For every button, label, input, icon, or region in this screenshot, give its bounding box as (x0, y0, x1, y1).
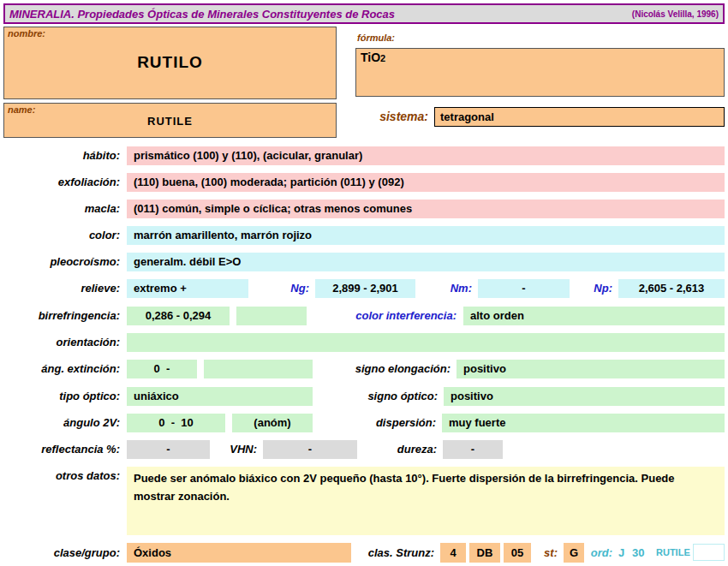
strunz-field-2[interactable]: DB (469, 543, 500, 563)
angulo-2v-field[interactable]: 0 - 10 (127, 414, 225, 432)
author-credit: (Nicolás Velilla, 1996) (632, 9, 719, 19)
color-label: color: (0, 226, 127, 245)
dureza-label: dureza: (357, 440, 443, 459)
angulo-2v-label: ángulo 2V: (0, 414, 127, 432)
nm-label: Nm: (415, 279, 478, 298)
birrefringencia-label: birrefringencia: (0, 307, 127, 325)
row-color: color: marrón amarillento, marrón rojizo (0, 226, 725, 245)
row-birrefringencia: birrefringencia: 0,286 - 0,294 color int… (0, 307, 725, 325)
pleocroismo-label: pleocroísmo: (0, 253, 127, 271)
row-pleocroismo: pleocroísmo: generalm. débil E>O (0, 253, 725, 271)
formula-field[interactable]: TiO2 (355, 48, 725, 97)
mineralia-window: MINERALIA. Propiedades Ópticas de Minera… (0, 0, 728, 566)
name-label: name: (8, 104, 35, 115)
elongacion-field[interactable]: positivo (456, 360, 725, 378)
clase-grupo-label: clase/grupo: (0, 543, 127, 563)
formula-subscript: 2 (380, 53, 385, 63)
np-field[interactable]: 2,605 - 2,613 (618, 279, 725, 298)
row-habito: hábito: prismático (100) y (110), (acicu… (0, 146, 725, 165)
birrefringencia-extra-field[interactable] (236, 307, 307, 325)
ng-label: Ng: (248, 279, 315, 298)
vhn-label: VHN: (210, 440, 263, 459)
signo-optico-field[interactable]: positivo (444, 387, 725, 406)
st-label: st: (531, 543, 564, 563)
ord-mineral-name: RUTILE (656, 543, 690, 563)
reflectancia-label: reflectancia %: (0, 440, 127, 459)
row-macla: macla: (011) común, simple o cíclica; ot… (0, 200, 725, 218)
app-title: MINERALIA. Propiedades Ópticas de Minera… (9, 8, 395, 21)
habito-label: hábito: (0, 146, 127, 165)
tipo-optico-label: tipo óptico: (0, 387, 127, 406)
strunz-field-3[interactable]: 05 (504, 543, 531, 563)
dispersion-label: dispersión: (313, 414, 442, 432)
nombre-value: RUTILO (4, 53, 336, 72)
otros-datos-label: otros datos: (0, 467, 127, 535)
pleocroismo-field[interactable]: generalm. débil E>O (127, 253, 725, 271)
sistema-field[interactable]: tetragonal (434, 107, 725, 127)
ord-value-2: 30 (632, 543, 656, 563)
row-angulo-2v: ángulo 2V: 0 - 10 (anóm) dispersión: muy… (0, 414, 725, 432)
orientacion-label: orientación: (0, 333, 127, 352)
sistema-label: sistema: (355, 107, 434, 127)
sistema-row: sistema: tetragonal (355, 107, 725, 127)
row-ang-extincion: áng. extinción: 0 - signo elongación: po… (0, 360, 725, 378)
tipo-optico-field[interactable]: uniáxico (127, 387, 313, 406)
row-relieve: relieve: extremo + Ng: 2,899 - 2,901 Nm:… (0, 279, 725, 298)
formula-label: fórmula: (357, 33, 395, 43)
clase-grupo-field[interactable]: Óxidos (127, 543, 351, 563)
macla-label: macla: (0, 200, 127, 218)
signo-optico-label: signo óptico: (313, 387, 444, 406)
record-input-box[interactable] (693, 544, 725, 561)
row-tipo-optico: tipo óptico: uniáxico signo óptico: posi… (0, 387, 725, 406)
ang-extincion-label: áng. extinción: (0, 360, 127, 378)
np-label: Np: (570, 279, 618, 298)
exfoliacion-field[interactable]: (110) buena, (100) moderada; partición (… (127, 173, 725, 192)
vhn-field[interactable]: - (263, 440, 357, 459)
otros-datos-field[interactable]: Puede ser anómalo biáxico con 2V pequeño… (127, 467, 725, 535)
interferencia-label: color interferencia: (307, 307, 462, 325)
interferencia-field[interactable]: alto orden (463, 307, 725, 325)
color-field[interactable]: marrón amarillento, marrón rojizo (127, 226, 725, 245)
name-field[interactable]: name: RUTILE (3, 103, 337, 138)
row-reflectancia: reflectancia %: - VHN: - dureza: - (0, 440, 725, 459)
formula-value: TiO (361, 51, 380, 64)
dureza-field[interactable]: - (443, 440, 503, 459)
row-otros-datos: otros datos: Puede ser anómalo biáxico c… (0, 467, 725, 535)
ord-value-1: J (618, 543, 632, 563)
orientacion-field[interactable] (127, 333, 725, 352)
row-exfoliacion: exfoliación: (110) buena, (100) moderada… (0, 173, 725, 192)
title-bar: MINERALIA. Propiedades Ópticas de Minera… (3, 3, 725, 24)
ang-extincion-field[interactable]: 0 - (127, 360, 197, 378)
st-field[interactable]: G (564, 543, 584, 563)
strunz-field-1[interactable]: 4 (440, 543, 466, 563)
row-clase-grupo: clase/grupo: Óxidos clas. Strunz: 4 DB 0… (0, 543, 725, 563)
exfoliacion-label: exfoliación: (0, 173, 127, 192)
birrefringencia-field[interactable]: 0,286 - 0,294 (127, 307, 230, 325)
row-orientacion: orientación: (0, 333, 725, 352)
angulo-2v-anom-field[interactable]: (anóm) (232, 414, 313, 432)
relieve-field[interactable]: extremo + (127, 279, 248, 298)
relieve-label: relieve: (0, 279, 127, 298)
elongacion-label: signo elongación: (313, 360, 456, 378)
nm-field[interactable]: - (478, 279, 570, 298)
ord-label: ord: (584, 543, 618, 563)
dispersion-field[interactable]: muy fuerte (442, 414, 725, 432)
macla-field[interactable]: (011) común, simple o cíclica; otras men… (127, 200, 725, 218)
reflectancia-field[interactable]: - (127, 440, 210, 459)
name-value: RUTILE (4, 115, 336, 128)
habito-field[interactable]: prismático (100) y (110), (acicular, gra… (127, 146, 725, 165)
ng-field[interactable]: 2,899 - 2,901 (315, 279, 415, 298)
nombre-label: nombre: (8, 28, 45, 39)
strunz-label: clas. Strunz: (351, 543, 440, 563)
nombre-field[interactable]: nombre: RUTILO (3, 27, 337, 99)
ang-extincion-extra-field[interactable] (204, 360, 313, 378)
